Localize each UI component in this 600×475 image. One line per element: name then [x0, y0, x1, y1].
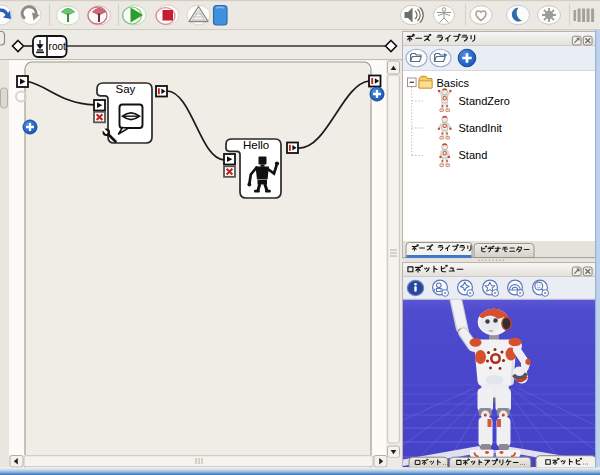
svg-text:StandInit: StandInit	[459, 122, 502, 134]
svg-text:Hello: Hello	[243, 139, 269, 151]
svg-text:Basics: Basics	[437, 77, 470, 89]
svg-text:root: root	[49, 41, 66, 52]
svg-text:StandZero: StandZero	[459, 95, 510, 107]
svg-text:Say: Say	[116, 83, 136, 95]
svg-text:Stand: Stand	[459, 149, 488, 161]
